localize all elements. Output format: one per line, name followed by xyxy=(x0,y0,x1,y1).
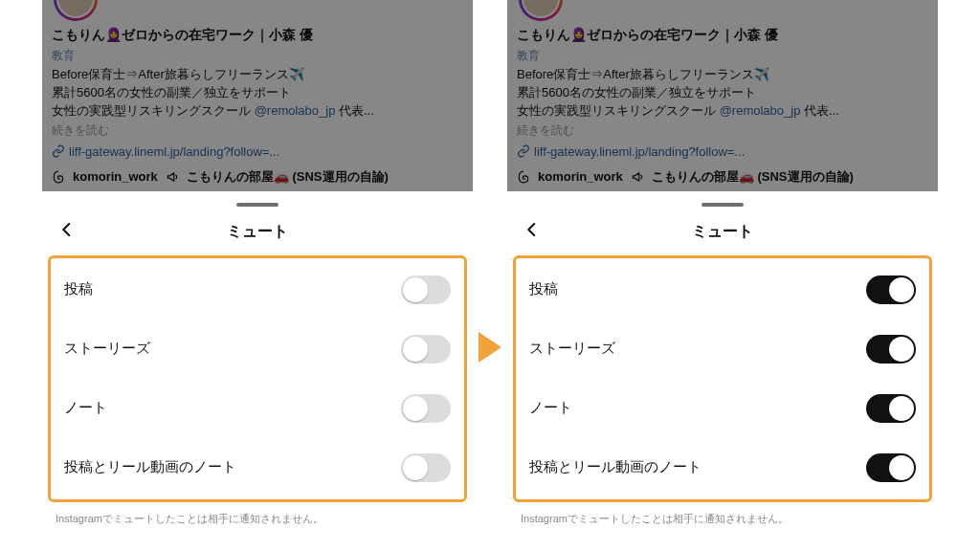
avatar xyxy=(523,0,558,16)
label-posts-reels-notes: 投稿とリール動画のノート xyxy=(529,458,702,476)
threads-row: komorin_work こもりんの部屋🚗 (SNS運用の自論) xyxy=(52,168,463,186)
sheet-header: ミュート xyxy=(507,216,938,255)
label-stories: ストーリーズ xyxy=(64,340,150,358)
label-notes: ノート xyxy=(64,399,107,417)
profile-display-name: こもりん🧕ゼロからの在宅ワーク｜小森 優 xyxy=(517,27,928,44)
phone-right: こもりん🧕ゼロからの在宅ワーク｜小森 優 教育 Before保育士⇒After旅… xyxy=(507,0,938,551)
bio-line-1: Before保育士⇒After旅暮らしフリーランス✈️ xyxy=(517,66,928,84)
bio-line-2: 累計5600名の女性の副業／独立をサポート xyxy=(52,84,463,102)
profile-area: こもりん🧕ゼロからの在宅ワーク｜小森 優 教育 Before保育士⇒After旅… xyxy=(42,0,473,191)
row-stories: ストーリーズ xyxy=(523,320,922,379)
read-more-link[interactable]: 続きを読む xyxy=(517,122,928,139)
toggle-posts[interactable] xyxy=(866,276,916,304)
profile-story-ring[interactable] xyxy=(54,0,98,21)
toggle-posts[interactable] xyxy=(401,276,451,304)
external-link-text: liff-gateway.lineml.jp/landing?follow=..… xyxy=(69,144,279,159)
row-notes: ノート xyxy=(523,379,922,438)
sheet-header: ミュート xyxy=(42,216,473,255)
label-posts-reels-notes: 投稿とリール動画のノート xyxy=(64,458,236,476)
threads-row: komorin_work こもりんの部屋🚗 (SNS運用の自論) xyxy=(517,168,928,186)
read-more-link[interactable]: 続きを読む xyxy=(52,122,463,139)
toggle-notes[interactable] xyxy=(401,394,451,423)
back-button[interactable] xyxy=(54,216,80,243)
threads-icon xyxy=(52,170,65,184)
avatar xyxy=(58,0,93,16)
row-posts: 投稿 xyxy=(58,260,457,320)
mute-options-box: 投稿 ストーリーズ ノート 投稿とリール動画のノート xyxy=(513,255,932,502)
profile-category: 教育 xyxy=(517,48,928,64)
channel-icon xyxy=(631,170,644,184)
toggle-notes[interactable] xyxy=(866,394,916,423)
label-posts: 投稿 xyxy=(529,280,558,298)
bio-mention[interactable]: @remolabo_jp xyxy=(255,103,336,118)
profile-display-name: こもりん🧕ゼロからの在宅ワーク｜小森 優 xyxy=(52,27,463,44)
link-icon xyxy=(52,144,65,158)
threads-handle[interactable]: komorin_work xyxy=(538,169,623,184)
toggle-stories[interactable] xyxy=(401,335,451,364)
bio-line-1: Before保育士⇒After旅暮らしフリーランス✈️ xyxy=(52,66,463,84)
toggle-posts-reels-notes[interactable] xyxy=(401,453,451,482)
row-notes: ノート xyxy=(58,379,457,438)
mute-options-box: 投稿 ストーリーズ ノート 投稿とリール動画のノート xyxy=(48,255,467,502)
row-stories: ストーリーズ xyxy=(58,320,457,379)
mute-sheet: ミュート 投稿 ストーリーズ ノート 投稿とリール動画のノート Instagra… xyxy=(42,191,473,551)
phone-left: こもりん🧕ゼロからの在宅ワーク｜小森 優 教育 Before保育士⇒After旅… xyxy=(42,0,473,551)
toggle-stories[interactable] xyxy=(866,335,916,364)
sheet-grabber[interactable] xyxy=(702,203,744,207)
link-icon xyxy=(517,144,530,158)
mute-footnote: Instagramでミュートしたことは相手に通知されません。 xyxy=(507,502,938,536)
channel-label[interactable]: こもりんの部屋🚗 (SNS運用の自論) xyxy=(652,168,854,186)
label-stories: ストーリーズ xyxy=(529,340,615,358)
toggle-posts-reels-notes[interactable] xyxy=(866,453,916,482)
chevron-left-icon xyxy=(523,221,541,238)
sheet-title: ミュート xyxy=(507,222,938,242)
channel-icon xyxy=(166,170,179,184)
external-link[interactable]: liff-gateway.lineml.jp/landing?follow=..… xyxy=(52,144,463,159)
channel-label[interactable]: こもりんの部屋🚗 (SNS運用の自論) xyxy=(187,168,389,186)
profile-story-ring[interactable] xyxy=(519,0,563,21)
back-button[interactable] xyxy=(519,216,546,243)
bio-line-3: 女性の実践型リスキリングスクール @remolabo_jp 代表... xyxy=(52,102,463,121)
profile-bio: Before保育士⇒After旅暮らしフリーランス✈️ 累計5600名の女性の副… xyxy=(52,66,463,121)
arrow-right-icon xyxy=(479,332,501,363)
threads-icon xyxy=(517,170,530,184)
external-link[interactable]: liff-gateway.lineml.jp/landing?follow=..… xyxy=(517,144,928,159)
sheet-grabber[interactable] xyxy=(236,203,278,207)
sheet-title: ミュート xyxy=(42,222,473,242)
bio-line-2: 累計5600名の女性の副業／独立をサポート xyxy=(517,84,928,102)
mute-sheet: ミュート 投稿 ストーリーズ ノート 投稿とリール動画のノート Instagra… xyxy=(507,191,938,551)
label-posts: 投稿 xyxy=(64,280,93,298)
profile-area: こもりん🧕ゼロからの在宅ワーク｜小森 優 教育 Before保育士⇒After旅… xyxy=(507,0,938,191)
row-posts-reels-notes: 投稿とリール動画のノート xyxy=(58,438,457,497)
chevron-left-icon xyxy=(58,221,76,238)
external-link-text: liff-gateway.lineml.jp/landing?follow=..… xyxy=(534,144,745,159)
profile-category: 教育 xyxy=(52,48,463,64)
row-posts-reels-notes: 投稿とリール動画のノート xyxy=(523,438,922,497)
threads-handle[interactable]: komorin_work xyxy=(73,169,158,184)
bio-mention[interactable]: @remolabo_jp xyxy=(720,103,801,118)
profile-bio: Before保育士⇒After旅暮らしフリーランス✈️ 累計5600名の女性の副… xyxy=(517,66,928,121)
bio-line-3: 女性の実践型リスキリングスクール @remolabo_jp 代表... xyxy=(517,102,928,121)
arrow-divider xyxy=(479,0,501,551)
row-posts: 投稿 xyxy=(523,260,922,320)
mute-footnote: Instagramでミュートしたことは相手に通知されません。 xyxy=(42,502,473,536)
label-notes: ノート xyxy=(529,399,572,417)
